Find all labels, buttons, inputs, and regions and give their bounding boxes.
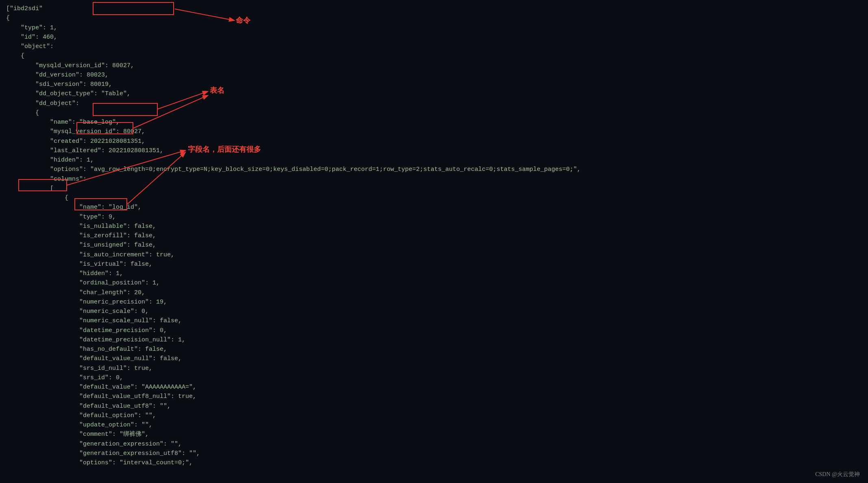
line-8: "dd_version": 80023, — [6, 72, 109, 79]
line-27: "is_auto_increment": true, — [6, 251, 174, 258]
command-annotation-label: 命令 — [236, 15, 250, 25]
line-29: "hidden": 1, — [6, 270, 123, 277]
line-37: "has_no_default": false, — [6, 346, 167, 353]
line-44: "default_option": "", — [6, 412, 156, 419]
watermark: CSDN @火云觉神 — [815, 471, 860, 478]
line-30: "ordinal_position": 1, — [6, 280, 160, 286]
line-18: "options": "avg_row_length=0;encrypt_typ… — [6, 166, 581, 173]
line-43: "default_value_utf8": "", — [6, 403, 171, 410]
line-40: "srs_id": 0, — [6, 374, 123, 381]
line-9: "sdi_version": 80019, — [6, 81, 112, 88]
line-25: "is_zerofill": false, — [6, 232, 156, 239]
line-35: "datetime_precision": 0, — [6, 327, 167, 334]
table-name-annotation-label: 表名 — [210, 85, 224, 95]
line-11: "dd_object": — [6, 100, 79, 107]
line-47: "generation_expression": "", — [6, 441, 182, 448]
line-13: "name": "base_log", — [6, 119, 120, 126]
line-21: { — [6, 195, 68, 201]
line-5: "object": — [6, 43, 54, 50]
line-48: "generation_expression_utf8": "", — [6, 450, 200, 457]
line-26: "is_unsigned": false, — [6, 242, 156, 249]
line-3: "type": 1, — [6, 24, 57, 31]
line-41: "default_value": "AAAAAAAAAAA=", — [6, 384, 196, 391]
terminal-window: ["ibd2sdi" { "type": 1, "id": 460, "obje… — [0, 0, 868, 483]
line-36: "datetime_precision_null": 1, — [6, 337, 185, 343]
line-31: "char_length": 20, — [6, 289, 145, 296]
line-17: "hidden": 1, — [6, 157, 94, 164]
line-28: "is_virtual": false, — [6, 261, 152, 268]
line-2: { — [6, 15, 10, 22]
line-10: "dd_object_type": "Table", — [6, 90, 131, 97]
line-33: "numeric_scale": 0, — [6, 308, 149, 315]
line-20: [ — [6, 185, 54, 192]
line-16: "last_altered": 20221028081351, — [6, 147, 163, 154]
line-4: "id": 460, — [6, 34, 57, 41]
line-19: "columns": — [6, 176, 87, 183]
line-46: "comment": "绑裤佛", — [6, 431, 149, 438]
line-42: "default_value_utf8_null": true, — [6, 393, 196, 400]
line-14: "mysql_version_id": 80027, — [6, 128, 145, 135]
line-7: "mysqld_version_id": 80027, — [6, 62, 134, 69]
line-15: "created": 20221028081351, — [6, 138, 145, 145]
line-22: "name": "log_id", — [6, 204, 141, 211]
line-34: "numeric_scale_null": false, — [6, 317, 182, 324]
line-39: "srs_id_null": true, — [6, 365, 152, 372]
field-name-annotation-label: 字段名，后面还有很多 — [188, 144, 261, 154]
line-1: ["ibd2sdi" — [6, 5, 43, 12]
line-38: "default_value_null": false, — [6, 355, 182, 362]
line-12: { — [6, 109, 39, 116]
code-output: ["ibd2sdi" { "type": 1, "id": 460, "obje… — [4, 4, 868, 468]
line-24: "is_nullable": false, — [6, 223, 156, 230]
line-32: "numeric_precision": 19, — [6, 299, 167, 306]
line-49: "options": "interval_count=0;", — [6, 459, 193, 466]
line-23: "type": 9, — [6, 214, 116, 221]
line-45: "update_option": "", — [6, 422, 152, 428]
line-6: { — [6, 52, 24, 59]
